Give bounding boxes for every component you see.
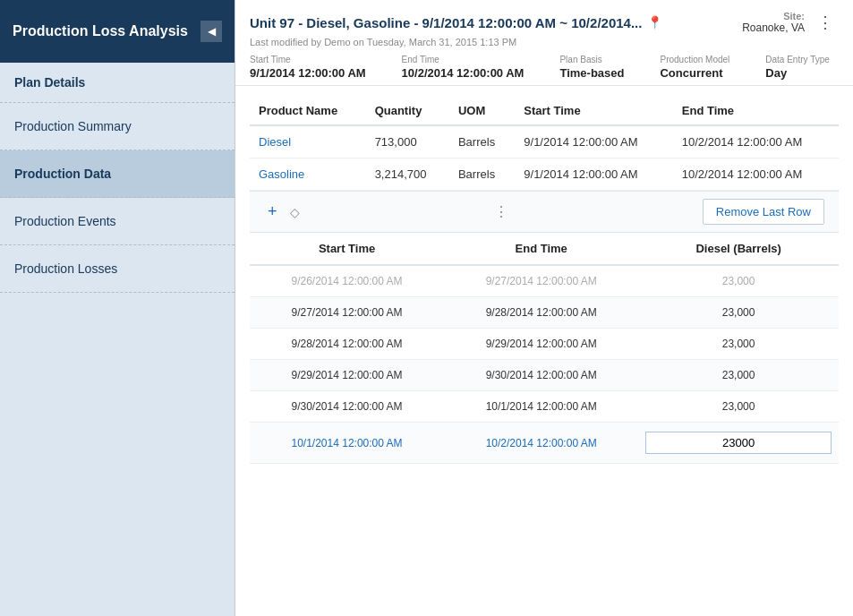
meta-plan-basis: Plan Basis Time-based [559,55,624,80]
location-pin-icon: 📍 [647,15,662,30]
col-end-time: End Time [673,97,839,125]
sidebar: Production Loss Analysis ◀ Plan Details … [0,0,235,616]
header-meta: Start Time 9/1/2014 12:00:00 AM End Time… [250,55,839,80]
header-more-icon[interactable]: ⋮ [812,11,839,34]
data-cell-value: 23,000 [638,329,839,360]
product-link-diesel[interactable]: Diesel [259,135,291,149]
cell-end-diesel: 10/2/2014 12:00:00 AM [673,125,839,158]
product-link-gasoline[interactable]: Gasoline [259,167,304,181]
main-content: Unit 97 - Diesel, Gasoline - 9/1/2014 12… [235,0,853,616]
sort-button[interactable]: ◇ [290,205,300,219]
data-cell-start: 9/29/2014 12:00:00 AM [250,360,444,391]
remove-last-row-button[interactable]: Remove Last Row [703,199,824,225]
data-cell-value: 23,000 [638,265,839,297]
toolbar-row: + ◇ ⋮ Remove Last Row [250,191,839,233]
data-cell-start: 10/1/2014 12:00:00 AM [250,423,444,464]
data-cell-value[interactable] [638,423,839,464]
header-subtitle: Last modified by Demo on Tuesday, March … [250,37,839,47]
site-info: Site: Roanoke, VA ⋮ [742,11,839,34]
data-value-input[interactable] [645,432,832,454]
table-row: Diesel 713,000 Barrels 9/1/2014 12:00:00… [250,125,839,158]
data-cell-start: 9/28/2014 12:00:00 AM [250,329,444,360]
meta-production-model: Production Model Concurrent [660,55,729,80]
col-quantity: Quantity [366,97,449,125]
plan-details-label: Plan Details [0,63,235,103]
data-table-row: 9/30/2014 12:00:00 AM10/1/2014 12:00:00 … [250,391,839,423]
sidebar-item-production-events[interactable]: Production Events [0,198,235,245]
meta-start-time: Start Time 9/1/2014 12:00:00 AM [250,55,366,80]
data-col-start: Start Time [250,233,444,265]
data-cell-value: 23,000 [638,391,839,423]
cell-start-diesel: 9/1/2014 12:00:00 AM [515,125,672,158]
data-cell-value: 23,000 [638,297,839,329]
cell-start-gasoline: 9/1/2014 12:00:00 AM [515,158,672,191]
sidebar-collapse-button[interactable]: ◀ [200,21,222,42]
meta-data-entry-type: Data Entry Type Day [765,55,830,80]
table-section: Product Name Quantity UOM Start Time End… [235,86,853,616]
data-table-row: 9/26/2014 12:00:00 AM9/27/2014 12:00:00 … [250,265,839,297]
sidebar-header: Production Loss Analysis ◀ [0,0,235,63]
data-cell-start: 9/30/2014 12:00:00 AM [250,391,444,423]
data-table-row: 10/1/2014 12:00:00 AM10/2/2014 12:00:00 … [250,423,839,464]
sidebar-item-production-losses[interactable]: Production Losses [0,245,235,293]
cell-uom-diesel: Barrels [449,125,515,158]
data-col-diesel: Diesel (Barrels) [638,233,839,265]
header-title-text: Unit 97 - Diesel, Gasoline - 9/1/2014 12… [250,15,642,30]
main-header: Unit 97 - Diesel, Gasoline - 9/1/2014 12… [235,0,853,86]
data-table-row: 9/28/2014 12:00:00 AM9/29/2014 12:00:00 … [250,329,839,360]
col-uom: UOM [449,97,515,125]
cell-end-gasoline: 10/2/2014 12:00:00 AM [673,158,839,191]
cell-uom-gasoline: Barrels [449,158,515,191]
data-cell-start: 9/26/2014 12:00:00 AM [250,265,444,297]
col-product-name: Product Name [250,97,366,125]
data-cell-end: 10/1/2014 12:00:00 AM [444,391,638,423]
data-table: Start Time End Time Diesel (Barrels) 9/2… [250,233,839,464]
sidebar-item-production-data[interactable]: Production Data [0,150,235,198]
data-cell-value: 23,000 [638,360,839,391]
data-cell-end: 9/30/2014 12:00:00 AM [444,360,638,391]
cell-quantity-diesel: 713,000 [366,125,449,158]
data-cell-end: 10/2/2014 12:00:00 AM [444,423,638,464]
cell-quantity-gasoline: 3,214,700 [366,158,449,191]
data-cell-end: 9/28/2014 12:00:00 AM [444,297,638,329]
site-value: Roanoke, VA [742,21,805,34]
data-col-end: End Time [444,233,638,265]
add-row-button[interactable]: + [264,202,281,221]
data-table-row: 9/27/2014 12:00:00 AM9/28/2014 12:00:00 … [250,297,839,329]
header-title-container: Unit 97 - Diesel, Gasoline - 9/1/2014 12… [250,15,662,30]
col-start-time: Start Time [515,97,672,125]
data-table-row: 9/29/2014 12:00:00 AM9/30/2014 12:00:00 … [250,360,839,391]
sidebar-title: Production Loss Analysis [13,23,188,39]
product-table: Product Name Quantity UOM Start Time End… [250,97,839,191]
sidebar-item-production-summary[interactable]: Production Summary [0,103,235,150]
data-cell-end: 9/27/2014 12:00:00 AM [444,265,638,297]
toolbar-left: + ◇ [264,202,300,221]
data-cell-start: 9/27/2014 12:00:00 AM [250,297,444,329]
site-label: Site: [742,11,805,21]
toolbar-more-button[interactable]: ⋮ [494,203,508,220]
data-cell-end: 9/29/2014 12:00:00 AM [444,329,638,360]
meta-end-time: End Time 10/2/2014 12:00:00 AM [402,55,525,80]
table-row: Gasoline 3,214,700 Barrels 9/1/2014 12:0… [250,158,839,191]
